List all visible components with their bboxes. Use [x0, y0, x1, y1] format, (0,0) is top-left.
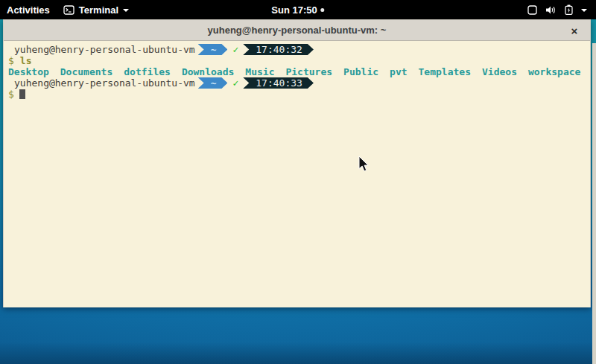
- success-check-icon: ✓: [232, 77, 238, 89]
- terminal-cursor: [19, 89, 25, 99]
- activities-button[interactable]: Activities: [0, 0, 57, 19]
- powerline-time-segment: 17:40:32: [243, 44, 314, 55]
- directory-name: pvt: [390, 66, 407, 77]
- close-button[interactable]: ×: [566, 20, 583, 41]
- directory-name: Downloads: [182, 66, 234, 77]
- desktop: Activities Terminal Sun 17:50: [0, 0, 596, 364]
- directory-name: Public: [343, 66, 378, 77]
- directory-name: Music: [245, 66, 274, 77]
- top-bar: Activities Terminal Sun 17:50: [0, 0, 596, 19]
- battery-charging-icon: [565, 4, 573, 15]
- volume-icon: [545, 5, 557, 15]
- command-line: $ ls: [8, 55, 586, 66]
- directory-name: Templates: [419, 66, 471, 77]
- directory-name: workspace: [528, 66, 580, 77]
- prompt-symbol: $: [8, 89, 14, 100]
- notification-dot: [321, 8, 325, 12]
- mouse-cursor: [358, 156, 370, 173]
- app-menu-label: Terminal: [79, 4, 118, 16]
- typed-command: ls: [20, 55, 32, 66]
- app-menu-button[interactable]: Terminal: [57, 0, 136, 19]
- chevron-down-icon: [581, 9, 587, 12]
- prompt-host: yuheng@henry-personal-ubuntu-vm: [14, 44, 195, 55]
- terminal-content[interactable]: yuheng@henry-personal-ubuntu-vm ~ ✓ 17:4…: [4, 41, 590, 307]
- directory-name: Desktop: [8, 66, 49, 77]
- current-command-line: $: [8, 89, 586, 100]
- clock-label: Sun 17:50: [271, 4, 317, 16]
- prompt-host: yuheng@henry-personal-ubuntu-vm: [14, 77, 195, 89]
- directory-name: Videos: [482, 66, 517, 77]
- terminal-app-icon: [63, 5, 74, 15]
- system-menu-button[interactable]: [519, 0, 596, 19]
- prompt-line: yuheng@henry-personal-ubuntu-vm ~ ✓ 17:4…: [8, 44, 586, 55]
- directory-name: Documents: [60, 66, 112, 77]
- window-title: yuheng@henry-personal-ubuntu-vm: ~: [208, 25, 387, 36]
- terminal-scrollbar[interactable]: [592, 43, 596, 364]
- prompt-symbol: $: [8, 55, 14, 66]
- display-icon: [527, 5, 537, 15]
- top-bar-left: Activities Terminal: [0, 0, 136, 19]
- window-titlebar[interactable]: yuheng@henry-personal-ubuntu-vm: ~ ×: [4, 20, 590, 41]
- powerline-path-segment: ~: [198, 77, 228, 89]
- terminal-window: yuheng@henry-personal-ubuntu-vm: ~ × yuh…: [3, 19, 591, 307]
- prompt-line: yuheng@henry-personal-ubuntu-vm ~ ✓ 17:4…: [8, 77, 586, 89]
- powerline-time-segment: 17:40:33: [243, 77, 314, 89]
- top-bar-right: [519, 0, 596, 19]
- directory-name: Pictures: [285, 66, 332, 77]
- powerline-path-segment: ~: [198, 44, 228, 55]
- chevron-down-icon: [123, 9, 129, 12]
- directory-name: dotfiles: [124, 66, 171, 77]
- directory-listing: DesktopDocumentsdotfilesDownloadsMusicPi…: [8, 66, 586, 77]
- success-check-icon: ✓: [232, 44, 238, 55]
- clock-button[interactable]: Sun 17:50: [271, 0, 324, 19]
